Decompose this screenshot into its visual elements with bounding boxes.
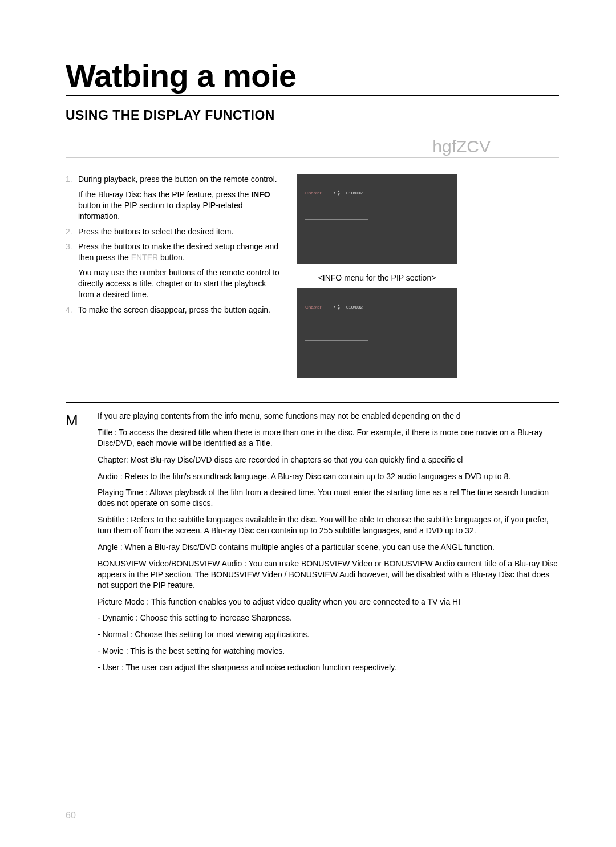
step-3-sub: You may use the number buttons of the re… xyxy=(78,268,282,300)
note-icon: M xyxy=(66,411,98,679)
note-item: Playing Time : Allows playback of the ﬁl… xyxy=(98,487,559,509)
preview-column: Chapter ◄ ▲ ▼ 010/002 <INFO menu for the… xyxy=(297,174,457,385)
note-sub-item: - Movie : This is the best setting for w… xyxy=(98,646,559,656)
step-3: 3. Press the buttons to make the desired… xyxy=(66,241,282,263)
steps-column: 1. During playback, press the button on … xyxy=(66,174,282,320)
note-sub-item: - User : The user can adjust the sharpne… xyxy=(98,662,559,673)
step-1: 1. During playback, press the button on … xyxy=(66,174,282,185)
chapter-row: Chapter ◄ ▲ ▼ 010/002 xyxy=(305,303,449,310)
divider xyxy=(305,301,368,301)
text: button on the remote control. xyxy=(175,175,277,184)
notes-body: If you are playing contents from the inf… xyxy=(98,411,559,679)
step-number: 1. xyxy=(66,174,78,185)
note-item: BONUSVIEW Video/BONUSVIEW Audio : You ca… xyxy=(98,558,559,591)
notes-block: M If you are playing contents from the i… xyxy=(66,402,559,679)
note-sub-item: - Dynamic : Choose this setting to incre… xyxy=(98,613,559,623)
step-body: To make the screen disappear, press the … xyxy=(78,305,282,315)
page-number: 60 xyxy=(66,810,76,821)
text: Press the xyxy=(78,227,114,236)
chapter-label: Chapter xyxy=(305,191,333,196)
chapter-row: Chapter ◄ ▲ ▼ 010/002 xyxy=(305,189,449,196)
note-item: Angle : When a Blu-ray Disc/DVD contains… xyxy=(98,542,559,553)
step-number: 4. xyxy=(66,305,78,315)
text: To make the screen disappear, press the xyxy=(78,305,224,314)
chapter-value: 010/002 xyxy=(346,191,363,196)
enter-button-label: ENTER xyxy=(131,253,158,262)
chapter-label: Chapter xyxy=(305,305,333,310)
info-menu-preview-1: Chapter ◄ ▲ ▼ 010/002 xyxy=(297,174,457,264)
page-title: Watbing a moie xyxy=(66,57,559,96)
text: button. xyxy=(158,253,185,262)
step-body: Press the buttons to select the desired … xyxy=(78,226,282,237)
note-item: Audio : Refers to the ﬁlm's soundtrack l… xyxy=(98,471,559,482)
step-number: 3. xyxy=(66,241,78,263)
section-heading: USING THE DISPLAY FUNCTION xyxy=(66,108,559,127)
divider xyxy=(305,187,368,187)
step-4: 4. To make the screen disappear, press t… xyxy=(66,305,282,315)
step-body: Press the buttons to make the desired se… xyxy=(78,241,282,263)
divider xyxy=(305,219,368,220)
text: button again. xyxy=(224,305,270,314)
step-2: 2. Press the buttons to select the desir… xyxy=(66,226,282,237)
text: During playback, press the xyxy=(78,175,175,184)
text: Press the xyxy=(78,242,114,251)
chevron-left-icon: ◄ xyxy=(333,305,336,309)
media-type-row: hgfZCV xyxy=(66,131,559,158)
chevron-down-icon: ▼ xyxy=(337,193,341,196)
divider xyxy=(305,340,368,341)
note-item: If you are playing contents from the inf… xyxy=(98,411,559,422)
note-sub-item: - Normal : Choose this setting for most … xyxy=(98,629,559,640)
text: button in the PIP section to display PIP… xyxy=(78,201,242,221)
text: buttons to select the desired item. xyxy=(114,227,233,236)
note-item: Subtitle : Refers to the subtitle langua… xyxy=(98,514,559,536)
note-item: Picture Mode : This function enables you… xyxy=(98,597,559,607)
text: If the Blu-ray Disc has the PIP feature,… xyxy=(78,190,251,199)
info-button-label: INFO xyxy=(251,190,270,199)
chevron-left-icon: ◄ xyxy=(333,191,336,194)
chevron-down-icon: ▼ xyxy=(337,307,341,310)
note-item: Chapter: Most Blu-ray Disc/DVD discs are… xyxy=(98,455,559,465)
step-1-sub: If the Blu-ray Disc has the PIP feature,… xyxy=(78,189,282,222)
step-number: 2. xyxy=(66,226,78,237)
media-badges: hgfZCV xyxy=(432,137,559,156)
step-body: During playback, press the button on the… xyxy=(78,174,282,185)
preview-caption: <INFO menu for the PIP section> xyxy=(297,273,457,282)
chapter-value: 010/002 xyxy=(346,305,363,310)
note-item: Title : To access the desired title when… xyxy=(98,427,559,449)
info-menu-preview-2: Chapter ◄ ▲ ▼ 010/002 xyxy=(297,288,457,378)
